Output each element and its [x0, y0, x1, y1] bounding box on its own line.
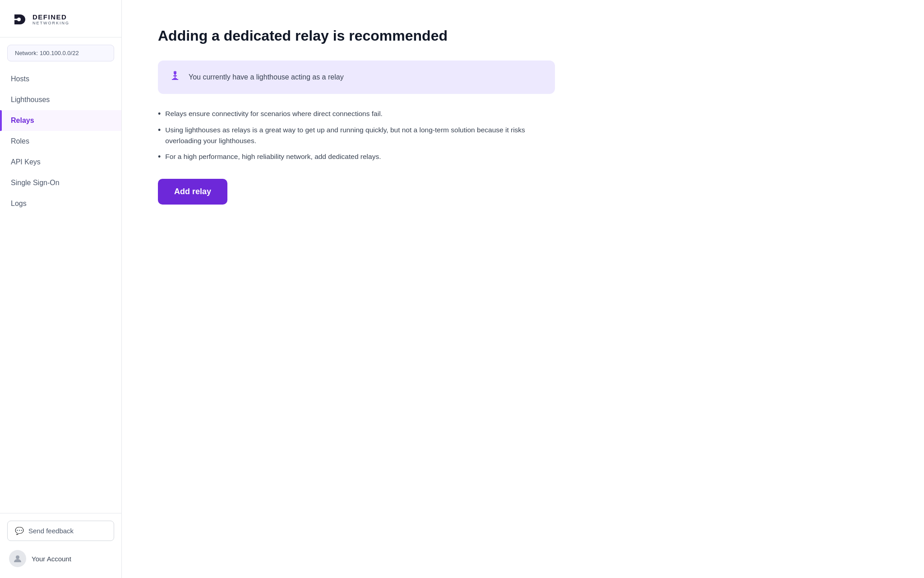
main-content: Adding a dedicated relay is recommended …: [122, 0, 924, 578]
sidebar-bottom: 💬 Send feedback Your Account: [0, 513, 121, 578]
network-badge[interactable]: Network: 100.100.0.0/22: [7, 45, 114, 61]
sidebar-item-lighthouses[interactable]: Lighthouses: [0, 89, 121, 110]
sidebar-item-relays[interactable]: Relays: [0, 110, 121, 131]
warning-banner: You currently have a lighthouse acting a…: [158, 61, 555, 94]
svg-point-2: [16, 555, 19, 559]
sidebar-item-sso[interactable]: Single Sign-On: [0, 172, 121, 193]
feedback-label: Send feedback: [28, 527, 74, 535]
warning-icon: [169, 70, 181, 85]
bullet-item-3: For a high performance, high reliability…: [158, 151, 555, 163]
add-relay-button[interactable]: Add relay: [158, 179, 227, 205]
bullet-list: Relays ensure connectivity for scenarios…: [158, 108, 555, 163]
svg-point-1: [17, 18, 21, 21]
brand-text: DEFINED NETWORKING: [32, 14, 69, 26]
account-label: Your Account: [32, 555, 71, 563]
sidebar-item-hosts[interactable]: Hosts: [0, 69, 121, 89]
sidebar-nav: Hosts Lighthouses Relays Roles API Keys …: [0, 65, 121, 513]
brand-subtitle: NETWORKING: [32, 21, 69, 25]
sidebar-item-api-keys[interactable]: API Keys: [0, 152, 121, 172]
lighthouse-relay-icon: [169, 70, 181, 82]
bullet-item-2: Using lighthouses as relays is a great w…: [158, 125, 555, 147]
bullet-item-1: Relays ensure connectivity for scenarios…: [158, 108, 555, 120]
sidebar: DEFINED NETWORKING Network: 100.100.0.0/…: [0, 0, 122, 578]
avatar: [9, 550, 26, 567]
send-feedback-button[interactable]: 💬 Send feedback: [7, 521, 114, 541]
brand-logo-icon: [11, 11, 28, 28]
sidebar-item-roles[interactable]: Roles: [0, 131, 121, 152]
logo-area: DEFINED NETWORKING: [0, 0, 121, 37]
account-row[interactable]: Your Account: [7, 546, 114, 571]
feedback-icon: 💬: [15, 527, 24, 535]
brand-title: DEFINED: [32, 14, 69, 21]
page-title: Adding a dedicated relay is recommended: [158, 27, 888, 44]
sidebar-item-logs[interactable]: Logs: [0, 193, 121, 214]
warning-text: You currently have a lighthouse acting a…: [189, 73, 344, 81]
